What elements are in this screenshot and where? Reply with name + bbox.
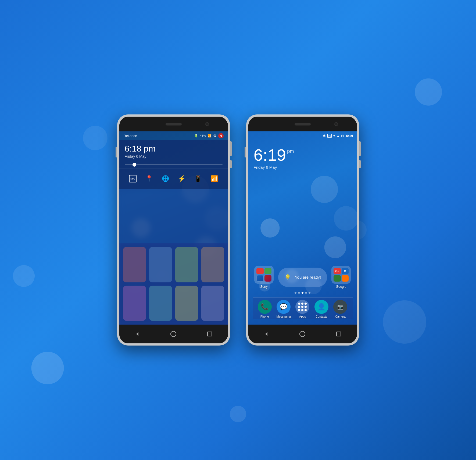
sony-app-4 <box>264 275 272 282</box>
widget-row: Sony 💡 You are ready! G+ G <box>253 266 353 289</box>
blurred-app-1 <box>123 247 146 282</box>
carrier-label: Reliance <box>124 134 137 138</box>
phone-app-icon: 📞 <box>258 300 272 314</box>
front-camera-right <box>334 122 338 126</box>
data-toggle[interactable]: 🌐 <box>160 173 171 184</box>
screen: Reliance 🔋 44% 📶 ⚙ N 6:18 <box>119 131 228 325</box>
notification-header: 6:18 pm Friday 6 May <box>119 140 228 161</box>
navigation-bar-right <box>248 325 357 343</box>
sony-app-1 <box>256 268 264 274</box>
brightness-slider[interactable] <box>125 164 223 165</box>
blurred-app-6 <box>149 286 172 321</box>
battery-icon: 🔋 <box>194 134 198 138</box>
google-folder-icon: G+ G <box>331 266 351 284</box>
bluetooth-icon: ⚡ <box>178 175 186 182</box>
brightness-row[interactable] <box>119 161 228 168</box>
speaker <box>166 123 182 125</box>
home-date: Friday 6 May <box>254 165 352 170</box>
google-folder[interactable]: G+ G Google <box>330 266 353 289</box>
dock-camera[interactable]: 📷 Camera <box>332 300 349 318</box>
power-button-right <box>359 141 361 156</box>
nfc-status-icon: NFC <box>327 134 332 138</box>
sony-folder-label: Sony <box>260 285 267 289</box>
google-app-4 <box>342 275 349 282</box>
home-middle: Sony 💡 You are ready! G+ G <box>248 172 357 325</box>
camera-button <box>230 160 232 168</box>
contacts-app-icon: 👤 <box>314 300 328 314</box>
notification-n-icon: N <box>218 133 224 138</box>
power-button <box>230 141 232 156</box>
dock-apps[interactable]: Apps <box>294 300 311 318</box>
nfc-toggle[interactable]: NFC <box>127 173 138 184</box>
top-bar <box>119 117 228 131</box>
blurred-app-2 <box>149 247 172 282</box>
settings-icon[interactable]: ⚙ <box>213 134 217 138</box>
home-button[interactable] <box>168 329 179 339</box>
wifi-status-icon: ▾ <box>333 134 335 138</box>
nfc-icon: NFC <box>129 175 137 182</box>
home-button-right[interactable] <box>297 329 308 339</box>
contacts-label: Contacts <box>316 315 327 318</box>
top-bar-right <box>248 117 357 131</box>
back-button[interactable] <box>132 329 143 339</box>
speaker-right <box>295 123 311 125</box>
app-dock: 📞 Phone 💬 Messaging <box>253 297 353 319</box>
apps-drawer-icon <box>295 300 309 314</box>
time-digits: 6:19 <box>254 145 286 164</box>
brightness-thumb[interactable] <box>133 163 136 167</box>
dock-messaging[interactable]: 💬 Messaging <box>275 300 292 318</box>
signal-icon: 📶 <box>207 134 212 138</box>
location-toggle[interactable]: 📍 <box>144 173 154 184</box>
ready-widget[interactable]: 💡 You are ready! <box>278 268 327 287</box>
google-app-1: G+ <box>334 268 341 274</box>
dock-contacts[interactable]: 👤 Contacts <box>313 300 330 318</box>
notification-date: Friday 6 May <box>125 154 223 159</box>
messaging-app-label: Messaging <box>276 315 291 318</box>
phone-toggle[interactable]: 📱 <box>192 173 203 184</box>
dot-4 <box>305 292 307 294</box>
blurred-app-7 <box>175 286 198 321</box>
svg-marker-1 <box>265 332 267 336</box>
phone-app-label: Phone <box>260 315 269 318</box>
svg-marker-0 <box>136 332 138 336</box>
home-screen: ✱ NFC ▾ ▲ ⊠ 6:19 6:19 pm Friday 6 May <box>248 131 357 325</box>
status-bar-time: 6:19 <box>346 134 353 138</box>
phone-body: Reliance 🔋 44% 📶 ⚙ N 6:18 <box>119 117 228 343</box>
navigation-bar <box>119 325 228 343</box>
sony-folder[interactable]: Sony <box>253 266 275 289</box>
wifi-icon: 📶 <box>211 175 218 182</box>
dot-3-active <box>302 292 303 294</box>
sony-app-2 <box>264 268 272 274</box>
blurred-app-3 <box>175 247 198 282</box>
notification-shade: Reliance 🔋 44% 📶 ⚙ N 6:18 <box>119 131 228 325</box>
blurred-app-8 <box>201 286 224 321</box>
back-button-right[interactable] <box>261 329 272 339</box>
time-ampm: pm <box>287 149 294 154</box>
bluetooth-toggle[interactable]: ⚡ <box>176 173 187 184</box>
volume-button <box>116 147 117 157</box>
blurred-app-5 <box>123 286 146 321</box>
recents-button[interactable] <box>204 329 215 339</box>
wifi-toggle[interactable]: 📶 <box>209 173 220 184</box>
apps-label: Apps <box>299 315 306 318</box>
clock-widget: 6:19 pm Friday 6 May <box>248 140 357 172</box>
dot-5 <box>309 292 310 294</box>
camera-app-icon: 📷 <box>333 300 347 314</box>
app-grid-blurred <box>119 243 228 325</box>
status-icons: 🔋 44% 📶 ⚙ N <box>194 133 223 138</box>
signal-status-icon: ▲ <box>337 134 340 138</box>
dock-phone[interactable]: 📞 Phone <box>256 300 273 318</box>
battery-percent: 44% <box>200 134 206 137</box>
globe-icon: 🌐 <box>162 175 169 182</box>
recents-button-right[interactable] <box>333 329 344 339</box>
bluetooth-status-icon: ✱ <box>323 134 326 138</box>
sony-folder-icon <box>254 266 274 284</box>
google-app-3 <box>334 275 341 282</box>
sony-app-3 <box>256 275 264 282</box>
volume-button-right <box>245 147 246 157</box>
phone-rotate-icon: 📱 <box>194 175 202 182</box>
messaging-app-icon: 💬 <box>277 300 291 314</box>
sim-icon: ⊠ <box>341 134 344 138</box>
blurred-app-4 <box>201 247 224 282</box>
status-bar-right: ✱ NFC ▾ ▲ ⊠ 6:19 <box>248 131 357 140</box>
